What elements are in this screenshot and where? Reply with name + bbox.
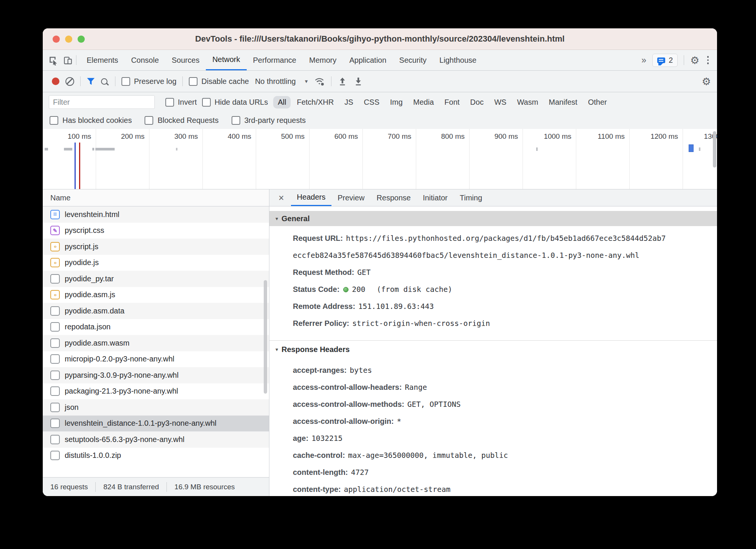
tab-network[interactable]: Network — [206, 50, 246, 70]
tab-security[interactable]: Security — [393, 50, 433, 70]
zoom-window-button[interactable] — [78, 36, 85, 43]
filter-type-doc[interactable]: Doc — [466, 96, 488, 109]
tab-sources[interactable]: Sources — [165, 50, 206, 70]
waterfall-marker — [176, 148, 177, 150]
issues-counter-button[interactable]: 2 — [652, 54, 678, 67]
divider — [80, 76, 81, 86]
network-conditions-icon[interactable] — [314, 76, 325, 86]
timeline-tick-label: 500 ms — [256, 129, 310, 189]
tab-application[interactable]: Application — [343, 50, 393, 70]
divider — [331, 76, 331, 86]
request-row[interactable]: setuptools-65.6.3-py3-none-any.whl — [43, 431, 269, 448]
request-name: pyscript.js — [65, 242, 98, 251]
invert-checkbox[interactable]: Invert — [165, 98, 197, 107]
more-tabs-icon[interactable]: » — [641, 55, 646, 65]
filter-type-font[interactable]: Font — [440, 96, 464, 109]
tab-elements[interactable]: Elements — [80, 50, 124, 70]
filter-type-media[interactable]: Media — [409, 96, 438, 109]
tab-lighthouse[interactable]: Lighthouse — [433, 50, 483, 70]
request-row[interactable]: pyodide.asm.wasm — [43, 335, 269, 351]
device-toolbar-icon[interactable] — [63, 55, 73, 65]
request-row[interactable]: levenshtein_distance-1.0.1-py3-none-any.… — [43, 416, 269, 432]
request-row[interactable]: pyodide.asm.js — [43, 287, 269, 303]
tab-console[interactable]: Console — [124, 50, 165, 70]
filter-type-wasm[interactable]: Wasm — [512, 96, 543, 109]
search-network-icon[interactable] — [101, 78, 107, 85]
window-title: DevTools - file:///Users/takanori/Books/… — [195, 34, 565, 44]
disable-cache-checkbox[interactable]: Disable cache — [189, 77, 249, 86]
settings-gear-icon[interactable]: ⚙ — [690, 55, 699, 65]
issues-chat-icon — [657, 57, 665, 63]
tab-performance[interactable]: Performance — [247, 50, 303, 70]
request-row[interactable]: pyparsing-3.0.9-py3-none-any.whl — [43, 367, 269, 383]
detail-tab-response[interactable]: Response — [370, 189, 417, 206]
generic-icon — [50, 338, 60, 348]
clear-network-log-icon[interactable] — [65, 77, 74, 86]
generic-icon — [50, 306, 60, 316]
request-row[interactable]: repodata.json — [43, 319, 269, 335]
divider — [115, 76, 115, 86]
detail-tab-headers[interactable]: Headers — [291, 189, 332, 206]
general-section-header[interactable]: ▾General — [269, 211, 717, 226]
filter-toggle-icon[interactable] — [87, 78, 95, 85]
request-row[interactable]: json — [43, 399, 269, 416]
request-row[interactable]: levenshtein.html — [43, 206, 269, 223]
requests-scrollbar-thumb[interactable] — [264, 280, 267, 394]
header-row: Remote Address:151.101.89.63:443 — [269, 298, 670, 315]
close-window-button[interactable] — [53, 36, 60, 43]
request-row[interactable]: pyscript.js — [43, 239, 269, 255]
request-row[interactable]: pyscript.css — [43, 223, 269, 239]
filter-type-fetch-xhr[interactable]: Fetch/XHR — [292, 96, 338, 109]
filter-type-css[interactable]: CSS — [359, 96, 384, 109]
filter-type-other[interactable]: Other — [583, 96, 611, 109]
filter-type-manifest[interactable]: Manifest — [544, 96, 582, 109]
customize-devtools-icon[interactable] — [706, 54, 711, 66]
throttling-dropdown[interactable]: No throttling ▾ — [255, 77, 308, 86]
request-row[interactable]: pyodide.js — [43, 255, 269, 271]
response-headers-section-header[interactable]: ▾Response Headers — [269, 340, 717, 358]
request-row[interactable]: pyodide_py.tar — [43, 271, 269, 287]
generic-icon — [50, 451, 60, 460]
request-name: levenshtein.html — [65, 210, 120, 219]
network-overview-timeline[interactable]: 100 ms 200 ms 300 ms 400 ms 500 ms 600 m… — [43, 129, 717, 189]
header-row: Referrer Policy:strict-origin-when-cross… — [269, 315, 670, 332]
request-row[interactable]: packaging-21.3-py3-none-any.whl — [43, 383, 269, 400]
script-icon — [50, 242, 60, 251]
filter-type-img[interactable]: Img — [386, 96, 407, 109]
inspect-element-icon[interactable] — [48, 55, 58, 65]
name-column-header[interactable]: Name — [43, 189, 269, 206]
tab-memory[interactable]: Memory — [303, 50, 343, 70]
detail-tab-preview[interactable]: Preview — [331, 189, 370, 206]
import-har-icon[interactable] — [338, 76, 347, 86]
detail-tab-timing[interactable]: Timing — [454, 189, 488, 206]
filter-type-ws[interactable]: WS — [490, 96, 511, 109]
timeline-scrollbar-thumb[interactable] — [713, 131, 716, 167]
export-har-icon[interactable] — [353, 76, 363, 86]
request-row[interactable]: distutils-1.0.0.zip — [43, 448, 269, 464]
script-icon — [50, 290, 60, 299]
header-row: age:1032215 — [269, 430, 670, 447]
timeline-tick-label: 300 ms — [149, 129, 203, 189]
network-options-bar: Has blocked cookies Blocked Requests 3rd… — [43, 112, 717, 129]
generic-icon — [50, 435, 60, 444]
network-settings-gear-icon[interactable]: ⚙ — [702, 76, 711, 87]
request-row[interactable]: pyodide.asm.data — [43, 303, 269, 319]
header-row: Request URL:https://files.pythonhosted.o… — [269, 230, 670, 264]
filter-type-all[interactable]: All — [273, 96, 291, 109]
blocked-requests-checkbox[interactable]: Blocked Requests — [145, 116, 218, 125]
request-name: json — [65, 403, 79, 412]
waterfall-marker — [689, 144, 694, 152]
divider — [76, 55, 76, 65]
close-detail-icon[interactable]: × — [269, 189, 291, 206]
detail-tab-initiator[interactable]: Initiator — [417, 189, 454, 206]
request-row[interactable]: micropip-0.2.0-py3-none-any.whl — [43, 351, 269, 368]
hide-data-urls-checkbox[interactable]: Hide data URLs — [202, 98, 268, 107]
has-blocked-cookies-checkbox[interactable]: Has blocked cookies — [50, 116, 132, 125]
preserve-log-checkbox[interactable]: Preserve log — [121, 77, 176, 86]
minimize-window-button[interactable] — [65, 36, 72, 43]
filter-type-js[interactable]: JS — [340, 96, 358, 109]
record-network-log-button[interactable] — [52, 78, 59, 85]
timeline-tick-label: 1300 ms — [683, 129, 717, 189]
filter-input[interactable] — [49, 95, 155, 109]
third-party-requests-checkbox[interactable]: 3rd-party requests — [232, 116, 306, 125]
